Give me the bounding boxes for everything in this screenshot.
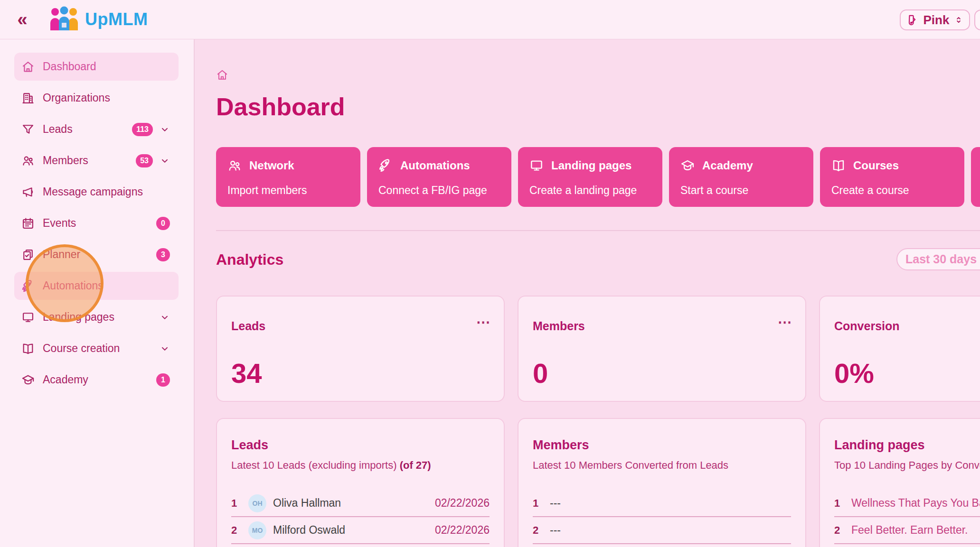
sidebar-item-landing-pages[interactable]: Landing pages [14,303,179,331]
list-subtitle: Latest 10 Leads (excluding imports) (of … [231,459,431,472]
list-subtitle-text: Latest 10 Leads (excluding imports) [231,459,400,471]
quick-action-title: Academy [702,159,753,172]
app-logo[interactable]: UpMLM [49,6,148,33]
sidebar-item-label: Course creation [43,342,120,355]
lead-row[interactable]: 1 OH Oliva Hallman 02/22/2026 [231,490,490,517]
stat-title: Members [533,319,585,333]
analytics-heading: Analytics [216,248,980,271]
landing-page-row[interactable]: 2 Feel Better. Earn Better. [834,517,980,544]
lead-row[interactable]: 2 MO Milford Oswald 02/22/2026 [231,517,490,544]
sidebar-collapse-button[interactable]: « [11,9,33,30]
list-subtitle-bold: (of 27) [400,459,431,471]
graduation-cap-icon [21,373,35,387]
stat-card-leads: Leads ⋯ 34 [216,296,505,402]
sidebar-item-label: Planner [43,248,80,261]
book-icon [21,342,35,355]
breadcrumb-home-icon[interactable] [216,69,228,81]
quick-action-automations[interactable]: Automations Connect a FB/IG page [367,147,511,207]
analytics-header: Analytics Last 30 days 01/2 [216,248,980,271]
calendar-icon [21,217,35,230]
avatar: OH [248,494,266,512]
sidebar-item-dashboard[interactable]: Dashboard [14,53,179,81]
sidebar-item-leads[interactable]: Leads 113 [14,115,179,143]
more-menu-icon[interactable]: ⋯ [476,314,491,330]
list-subtitle-text: Top 10 Landing Pages by Convers [834,459,980,471]
quick-action-partial[interactable]: C [971,147,980,207]
member-row[interactable]: 2 --- [533,517,791,544]
rocket-icon [21,279,35,293]
quick-action-courses[interactable]: Courses Create a course [820,147,964,207]
sidebar-item-course-creation[interactable]: Course creation [14,334,179,362]
row-number: 1 [533,497,550,510]
stat-card-members: Members ⋯ 0 [518,296,806,402]
sidebar: Dashboard Organizations Leads 113 Member… [0,39,195,547]
row-number: 2 [533,524,550,537]
landing-page-name: Wellness That Pays You Back [851,497,980,510]
clipboard-check-icon [21,248,35,261]
sidebar-item-label: Landing pages [43,311,114,324]
theme-select[interactable]: Pink [900,9,970,30]
date-range-select[interactable]: Last 30 days 01/2 [896,248,980,270]
sidebar-item-label: Organizations [43,92,110,104]
row-number: 2 [834,524,851,537]
chevron-down-icon[interactable] [160,156,170,166]
sidebar-item-academy[interactable]: Academy 1 [14,366,179,394]
list-rows: 1 OH Oliva Hallman 02/22/2026 2 MO Milfo… [231,490,490,544]
list-rows: 1 --- 2 --- [533,490,791,544]
lead-date: 02/22/2026 [435,497,490,510]
lead-date: 02/22/2026 [435,524,490,537]
list-title: Members [533,438,589,453]
topbar-partial-button[interactable] [974,9,980,30]
sidebar-item-message-campaigns[interactable]: Message campaigns [14,178,179,206]
quick-action-title: Network [249,159,294,172]
main-content: Dashboard Network Import members Automat… [195,39,980,547]
chevron-up-down-icon [954,15,963,25]
chevron-down-icon[interactable] [160,124,170,135]
lists-row: Leads Latest 10 Leads (excluding imports… [216,418,980,547]
sidebar-item-members[interactable]: Members 53 [14,147,179,175]
sidebar-item-organizations[interactable]: Organizations [14,84,179,112]
rocket-icon [378,158,393,173]
sidebar-item-automations[interactable]: Automations [14,272,179,300]
lead-name: Milford Oswald [273,524,345,537]
quick-action-landing-pages[interactable]: Landing pages Create a landing page [518,147,662,207]
member-row[interactable]: 1 --- [533,490,791,517]
row-number: 2 [231,524,248,537]
sidebar-item-events[interactable]: Events 0 [14,209,179,237]
people-logo-icon [49,6,79,33]
planner-count-badge: 3 [156,248,170,261]
graduation-cap-icon [680,158,695,173]
sidebar-item-label: Events [43,217,76,230]
topbar: « UpMLM Pink [0,0,980,39]
stat-value: 0% [834,357,874,389]
quick-action-title: Automations [400,159,470,172]
quick-action-network[interactable]: Network Import members [216,147,360,207]
quick-action-academy[interactable]: Academy Start a course [669,147,813,207]
list-card-landing-pages: Landing pages Top 10 Landing Pages by Co… [819,418,980,547]
list-subtitle-text: Latest 10 Members Converted from Leads [533,459,728,471]
chevron-down-icon[interactable] [160,312,170,323]
quick-action-title: Courses [853,159,899,172]
people-icon [21,154,35,167]
list-subtitle: Top 10 Landing Pages by Convers [834,459,980,472]
more-menu-icon[interactable]: ⋯ [778,314,793,330]
sidebar-item-label: Members [43,154,88,167]
academy-count-badge: 1 [156,373,170,387]
sidebar-item-planner[interactable]: Planner 3 [14,241,179,269]
landing-page-row[interactable]: 1 Wellness That Pays You Back [834,490,980,517]
monitor-icon [529,158,544,173]
megaphone-icon [21,185,35,199]
chevron-down-icon[interactable] [160,343,170,354]
stat-title: Conversion [834,319,900,333]
app-name: UpMLM [85,9,148,29]
building-icon [21,92,35,105]
stat-value: 0 [533,357,548,389]
leads-count-badge: 113 [132,123,153,136]
stat-card-conversion: Conversion 0% [819,296,980,402]
book-icon [831,158,846,173]
quick-action-subtitle: Start a course [680,184,748,197]
sidebar-item-label: Leads [43,123,73,136]
chevrons-left-icon: « [17,9,27,29]
member-name: --- [550,497,561,510]
quick-actions-row: Network Import members Automations Conne… [216,147,980,207]
